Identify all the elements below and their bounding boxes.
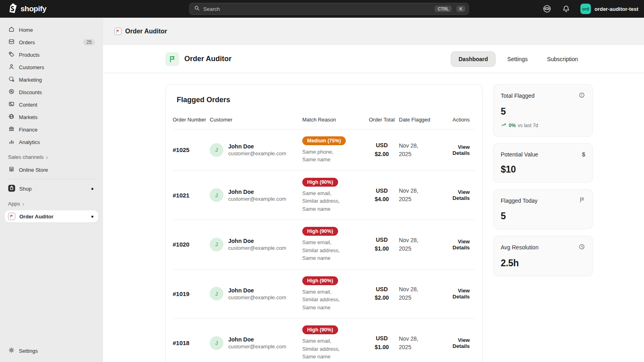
order-number: #1018	[173, 339, 210, 346]
search-input[interactable]	[203, 6, 431, 12]
sales-channels-header[interactable]: Sales channels ›	[0, 148, 103, 163]
order-total: USD $2.00	[365, 141, 399, 158]
sidekick-icon[interactable]	[542, 4, 552, 14]
stat-card-total-flagged: Total Flagged 5 0% vs last 7d	[493, 84, 593, 137]
sidebar-item-products[interactable]: Products	[5, 49, 98, 61]
sidebar-item-customers[interactable]: Customers	[5, 61, 98, 73]
tab-subscription[interactable]: Subscription	[539, 51, 586, 67]
order-number: #1021	[173, 192, 210, 199]
table-row: #1018 J John Doecustomer@example.com Hig…	[173, 318, 475, 362]
avatar: J	[210, 336, 223, 350]
page-title: Order Auditor	[125, 28, 167, 35]
order-auditor-app-icon	[114, 28, 122, 35]
view-details-link[interactable]: View Details	[441, 189, 475, 201]
sidebar-item-settings[interactable]: Settings	[5, 345, 98, 357]
trend-up-icon	[501, 122, 507, 129]
sidebar-item-markets[interactable]: $ Markets	[5, 111, 98, 123]
col-date-flagged: Date Flagged	[399, 116, 441, 123]
order-number: #1025	[173, 146, 210, 153]
col-order-total: Order Total	[365, 116, 399, 123]
shopify-bag-icon	[8, 3, 18, 15]
sidebar-item-label: Customers	[19, 64, 44, 70]
date-flagged: Nov 28, 2025	[399, 142, 441, 158]
app-toolbar: Order Auditor Dashboard Settings Subscri…	[103, 45, 644, 73]
store-menu[interactable]: ord order-auditor-test	[580, 4, 638, 14]
sidebar-item-label: Analytics	[19, 139, 40, 145]
stat-value: 5	[501, 211, 585, 222]
view-details-link[interactable]: View Details	[441, 144, 475, 156]
status-dot	[91, 216, 93, 218]
clock-icon	[578, 243, 585, 251]
sidebar-item-label: Content	[19, 102, 37, 108]
customer-cell: J John Doecustomer@example.com	[210, 238, 302, 251]
stat-value: $10	[501, 164, 585, 175]
sidebar-item-label: Finance	[19, 127, 37, 133]
order-number: #1020	[173, 241, 210, 248]
risk-badge: High (90%)	[302, 276, 338, 285]
stat-label: Flagged Today	[501, 197, 538, 204]
col-order-number: Order Number	[173, 116, 210, 123]
apps-header[interactable]: Apps ›	[0, 195, 103, 210]
sidebar-item-online-store[interactable]: Online Store	[5, 164, 98, 176]
customer-email: customer@example.com	[228, 343, 286, 350]
match-reasons: Same email, Similar address, Same name	[302, 288, 365, 312]
risk-badge: High (90%)	[302, 227, 338, 236]
global-search[interactable]: CTRL K	[189, 3, 469, 15]
dollar-icon: $	[582, 151, 585, 158]
customer-name: John Doe	[228, 287, 286, 294]
tab-settings[interactable]: Settings	[500, 51, 535, 67]
customer-cell: J John Doecustomer@example.com	[210, 336, 302, 350]
chevron-right-icon: ›	[23, 201, 25, 207]
sidebar-item-discounts[interactable]: Discounts	[5, 86, 98, 98]
order-total: USD $2.00	[365, 285, 399, 302]
view-details-link[interactable]: View Details	[441, 288, 475, 300]
marketing-target-icon	[8, 76, 15, 84]
order-number: #1019	[173, 290, 210, 297]
order-total: USD $4.00	[365, 187, 399, 204]
col-customer: Customer	[210, 116, 302, 123]
sidebar-item-home[interactable]: Home	[5, 24, 98, 36]
date-flagged: Nov 28, 2025	[399, 236, 441, 253]
storefront-icon	[8, 166, 15, 174]
bank-icon	[8, 125, 15, 134]
table-row: #1020 J John Doecustomer@example.com Hig…	[173, 220, 475, 269]
sidebar-item-label: Home	[19, 27, 33, 33]
topbar: shopify CTRL K ord or	[0, 0, 644, 18]
sidebar-item-shop[interactable]: Shop	[5, 183, 98, 195]
match-reasons: Same email, Similar address, Same name	[302, 239, 365, 262]
stat-value: 5	[501, 106, 585, 117]
stat-card-avg-resolution: Avg Resolution 2.5h	[493, 236, 593, 276]
stat-label: Total Flagged	[501, 93, 535, 99]
match-reason-cell: Medium (75%) Same phone, Same name	[302, 136, 365, 164]
tag-icon	[8, 51, 15, 59]
match-reason-cell: High (90%) Same email, Similar address, …	[302, 178, 365, 213]
sidebar-item-label: Markets	[19, 114, 37, 120]
view-details-link[interactable]: View Details	[441, 337, 475, 349]
sidebar-item-finance[interactable]: Finance	[5, 123, 98, 136]
date-flagged: Nov 28, 2025	[399, 285, 441, 302]
shopify-logo[interactable]: shopify	[0, 3, 46, 15]
page-header-band: Order Auditor	[103, 18, 644, 45]
col-match-reason: Match Reason	[302, 116, 365, 123]
globe-dollar-icon: $	[8, 113, 15, 121]
sidebar-item-orders[interactable]: Orders 25	[5, 36, 98, 48]
match-reasons: Same phone, Same name	[302, 148, 365, 164]
sidebar-item-label: Shop	[19, 186, 31, 192]
avatar: J	[210, 143, 223, 157]
notifications-bell-icon[interactable]	[561, 4, 572, 14]
status-dot	[91, 188, 93, 190]
sidebar-item-label: Products	[19, 52, 39, 58]
customer-email: customer@example.com	[228, 150, 286, 156]
sidebar-item-order-auditor[interactable]: Order Auditor	[5, 210, 98, 222]
sidebar-item-content[interactable]: Content	[5, 99, 98, 111]
sidebar-item-analytics[interactable]: Analytics	[5, 136, 98, 148]
customer-name: John Doe	[228, 238, 286, 244]
view-details-link[interactable]: View Details	[441, 239, 475, 251]
sidebar-item-marketing[interactable]: Marketing	[5, 74, 98, 86]
table-title: Flagged Orders	[177, 96, 475, 104]
customer-email: customer@example.com	[228, 294, 286, 300]
customer-email: customer@example.com	[228, 245, 286, 251]
sidebar-item-label: Marketing	[19, 77, 42, 83]
shopify-wordmark: shopify	[21, 4, 46, 13]
tab-dashboard[interactable]: Dashboard	[451, 51, 495, 67]
